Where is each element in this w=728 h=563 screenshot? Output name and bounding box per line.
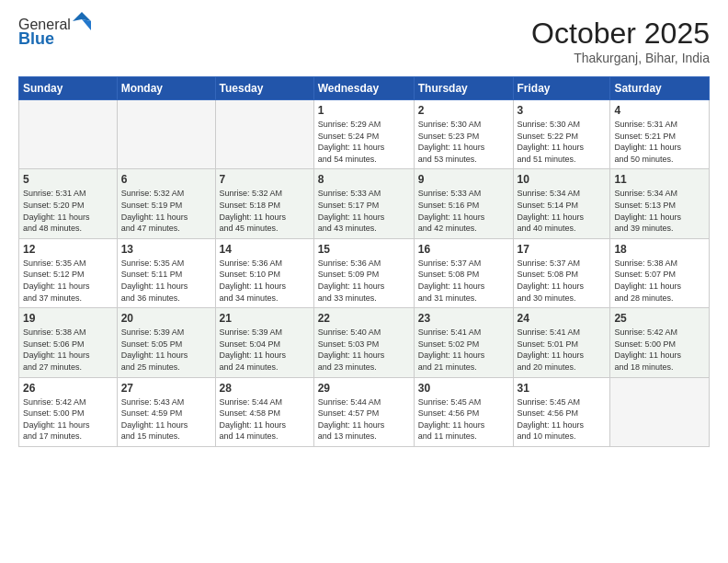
day-number: 28 (220, 382, 310, 395)
weekday-header-wednesday: Wednesday (313, 77, 414, 100)
day-info: Sunrise: 5:42 AMSunset: 5:00 PMDaylight:… (23, 396, 113, 442)
logo-icon (73, 12, 91, 30)
calendar-day-cell: 24Sunrise: 5:41 AMSunset: 5:01 PMDayligh… (513, 308, 610, 377)
calendar-day-cell: 8Sunrise: 5:33 AMSunset: 5:17 PMDaylight… (313, 169, 414, 238)
day-info: Sunrise: 5:44 AMSunset: 4:57 PMDaylight:… (318, 396, 410, 442)
calendar-day-cell: 27Sunrise: 5:43 AMSunset: 4:59 PMDayligh… (117, 377, 215, 446)
day-number: 13 (121, 243, 211, 256)
calendar-day-cell: 17Sunrise: 5:37 AMSunset: 5:08 PMDayligh… (513, 238, 610, 307)
calendar-day-cell: 21Sunrise: 5:39 AMSunset: 5:04 PMDayligh… (215, 308, 313, 377)
day-info: Sunrise: 5:32 AMSunset: 5:19 PMDaylight:… (121, 188, 211, 234)
calendar-day-cell: 28Sunrise: 5:44 AMSunset: 4:58 PMDayligh… (215, 377, 313, 446)
calendar-day-cell: 16Sunrise: 5:37 AMSunset: 5:08 PMDayligh… (414, 238, 513, 307)
day-number: 15 (318, 243, 410, 256)
day-number: 30 (418, 382, 509, 395)
header: General Blue October 2025 Thakurganj, Bi… (18, 17, 710, 65)
calendar-week-row: 5Sunrise: 5:31 AMSunset: 5:20 PMDaylight… (19, 169, 710, 238)
day-number: 18 (614, 243, 705, 256)
day-number: 10 (518, 173, 607, 186)
day-info: Sunrise: 5:37 AMSunset: 5:08 PMDaylight:… (418, 258, 509, 304)
calendar-week-row: 1Sunrise: 5:29 AMSunset: 5:24 PMDaylight… (19, 100, 710, 169)
day-number: 17 (518, 243, 607, 256)
calendar-day-cell: 25Sunrise: 5:42 AMSunset: 5:00 PMDayligh… (610, 308, 710, 377)
day-info: Sunrise: 5:39 AMSunset: 5:04 PMDaylight:… (220, 327, 310, 373)
day-number: 16 (418, 243, 509, 256)
weekday-header-tuesday: Tuesday (215, 77, 313, 100)
day-info: Sunrise: 5:34 AMSunset: 5:14 PMDaylight:… (518, 188, 607, 234)
day-number: 22 (318, 312, 410, 325)
calendar-day-cell: 22Sunrise: 5:40 AMSunset: 5:03 PMDayligh… (313, 308, 414, 377)
day-info: Sunrise: 5:39 AMSunset: 5:05 PMDaylight:… (121, 327, 211, 373)
calendar-day-cell: 3Sunrise: 5:30 AMSunset: 5:22 PMDaylight… (513, 100, 610, 169)
title-block: October 2025 Thakurganj, Bihar, India (531, 17, 710, 65)
day-info: Sunrise: 5:34 AMSunset: 5:13 PMDaylight:… (614, 188, 705, 234)
svg-marker-0 (73, 12, 91, 21)
day-number: 29 (318, 382, 410, 395)
day-number: 5 (23, 173, 113, 186)
calendar-day-cell: 23Sunrise: 5:41 AMSunset: 5:02 PMDayligh… (414, 308, 513, 377)
weekday-header-saturday: Saturday (610, 77, 710, 100)
day-number: 14 (220, 243, 310, 256)
calendar-day-cell: 11Sunrise: 5:34 AMSunset: 5:13 PMDayligh… (610, 169, 710, 238)
day-info: Sunrise: 5:33 AMSunset: 5:17 PMDaylight:… (318, 188, 410, 234)
day-number: 7 (220, 173, 310, 186)
calendar-day-cell: 31Sunrise: 5:45 AMSunset: 4:56 PMDayligh… (513, 377, 610, 446)
weekday-header-monday: Monday (117, 77, 215, 100)
day-number: 27 (121, 382, 211, 395)
day-number: 8 (318, 173, 410, 186)
day-info: Sunrise: 5:45 AMSunset: 4:56 PMDaylight:… (518, 396, 607, 442)
day-info: Sunrise: 5:41 AMSunset: 5:02 PMDaylight:… (418, 327, 509, 373)
calendar-week-row: 26Sunrise: 5:42 AMSunset: 5:00 PMDayligh… (19, 377, 710, 446)
calendar-day-cell (610, 377, 710, 446)
calendar-day-cell: 30Sunrise: 5:45 AMSunset: 4:56 PMDayligh… (414, 377, 513, 446)
day-number: 24 (518, 312, 607, 325)
day-number: 6 (121, 173, 211, 186)
day-number: 20 (121, 312, 211, 325)
calendar-day-cell: 18Sunrise: 5:38 AMSunset: 5:07 PMDayligh… (610, 238, 710, 307)
day-info: Sunrise: 5:36 AMSunset: 5:09 PMDaylight:… (318, 258, 410, 304)
day-info: Sunrise: 5:35 AMSunset: 5:11 PMDaylight:… (121, 258, 211, 304)
day-number: 25 (614, 312, 705, 325)
day-number: 4 (614, 104, 705, 117)
day-number: 19 (23, 312, 113, 325)
calendar-day-cell: 19Sunrise: 5:38 AMSunset: 5:06 PMDayligh… (19, 308, 118, 377)
day-info: Sunrise: 5:43 AMSunset: 4:59 PMDaylight:… (121, 396, 211, 442)
calendar-week-row: 19Sunrise: 5:38 AMSunset: 5:06 PMDayligh… (19, 308, 710, 377)
weekday-header-sunday: Sunday (19, 77, 118, 100)
day-number: 26 (23, 382, 113, 395)
day-info: Sunrise: 5:32 AMSunset: 5:18 PMDaylight:… (220, 188, 310, 234)
day-info: Sunrise: 5:30 AMSunset: 5:23 PMDaylight:… (418, 119, 509, 165)
calendar-day-cell: 13Sunrise: 5:35 AMSunset: 5:11 PMDayligh… (117, 238, 215, 307)
calendar-day-cell: 4Sunrise: 5:31 AMSunset: 5:21 PMDaylight… (610, 100, 710, 169)
day-info: Sunrise: 5:36 AMSunset: 5:10 PMDaylight:… (220, 258, 310, 304)
day-info: Sunrise: 5:37 AMSunset: 5:08 PMDaylight:… (518, 258, 607, 304)
day-info: Sunrise: 5:30 AMSunset: 5:22 PMDaylight:… (518, 119, 607, 165)
day-info: Sunrise: 5:41 AMSunset: 5:01 PMDaylight:… (518, 327, 607, 373)
day-number: 9 (418, 173, 509, 186)
calendar-day-cell: 6Sunrise: 5:32 AMSunset: 5:19 PMDaylight… (117, 169, 215, 238)
calendar-day-cell: 1Sunrise: 5:29 AMSunset: 5:24 PMDaylight… (313, 100, 414, 169)
day-number: 31 (518, 382, 607, 395)
day-info: Sunrise: 5:29 AMSunset: 5:24 PMDaylight:… (318, 119, 410, 165)
day-info: Sunrise: 5:33 AMSunset: 5:16 PMDaylight:… (418, 188, 509, 234)
weekday-header-friday: Friday (513, 77, 610, 100)
calendar-week-row: 12Sunrise: 5:35 AMSunset: 5:12 PMDayligh… (19, 238, 710, 307)
svg-marker-1 (82, 19, 91, 30)
day-number: 1 (318, 104, 410, 117)
calendar-day-cell (215, 100, 313, 169)
weekday-header-thursday: Thursday (414, 77, 513, 100)
calendar-day-cell: 15Sunrise: 5:36 AMSunset: 5:09 PMDayligh… (313, 238, 414, 307)
month-title: October 2025 (531, 17, 710, 51)
calendar-day-cell (19, 100, 118, 169)
calendar-day-cell: 2Sunrise: 5:30 AMSunset: 5:23 PMDaylight… (414, 100, 513, 169)
day-info: Sunrise: 5:44 AMSunset: 4:58 PMDaylight:… (220, 396, 310, 442)
day-info: Sunrise: 5:35 AMSunset: 5:12 PMDaylight:… (23, 258, 113, 304)
day-info: Sunrise: 5:31 AMSunset: 5:21 PMDaylight:… (614, 119, 705, 165)
calendar-day-cell: 12Sunrise: 5:35 AMSunset: 5:12 PMDayligh… (19, 238, 118, 307)
location-subtitle: Thakurganj, Bihar, India (531, 51, 710, 65)
calendar-day-cell: 14Sunrise: 5:36 AMSunset: 5:10 PMDayligh… (215, 238, 313, 307)
day-number: 21 (220, 312, 310, 325)
calendar-day-cell (117, 100, 215, 169)
day-info: Sunrise: 5:45 AMSunset: 4:56 PMDaylight:… (418, 396, 509, 442)
day-info: Sunrise: 5:42 AMSunset: 5:00 PMDaylight:… (614, 327, 705, 373)
